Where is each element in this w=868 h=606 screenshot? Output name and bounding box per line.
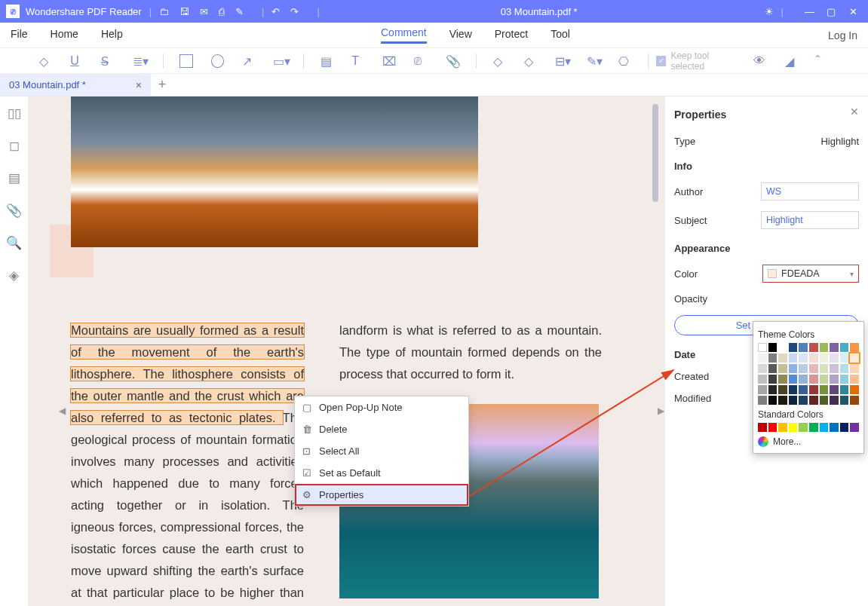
color-swatch[interactable] (820, 385, 829, 394)
color-swatch[interactable] (799, 375, 808, 384)
thumbnails-icon[interactable]: ▯▯ (8, 106, 21, 121)
color-swatch[interactable] (840, 375, 849, 384)
color-swatch-selected[interactable] (850, 354, 859, 363)
stamp-tool-icon[interactable]: ⊟▾ (555, 54, 569, 68)
color-swatch[interactable] (758, 375, 767, 384)
color-swatch[interactable] (758, 385, 767, 394)
color-swatch[interactable] (768, 354, 778, 363)
menu-file[interactable]: File (11, 28, 28, 43)
color-swatch[interactable] (758, 343, 767, 352)
color-dropdown[interactable]: FDEADA ▾ (762, 265, 859, 283)
color-swatch[interactable] (768, 375, 778, 384)
eraser2-tool-icon[interactable]: ◇ (524, 54, 537, 68)
subject-input[interactable] (761, 211, 859, 229)
color-swatch[interactable] (768, 364, 778, 373)
color-swatch[interactable] (820, 396, 829, 405)
eraser-icon[interactable]: ◢ (785, 54, 798, 68)
print-icon[interactable]: ⎙ (219, 6, 225, 17)
color-swatch[interactable] (768, 423, 778, 432)
color-swatch[interactable] (768, 343, 778, 352)
color-swatch[interactable] (789, 343, 798, 352)
share-icon[interactable]: ✎ (235, 6, 244, 17)
shape-tool-icon[interactable]: ▭▾ (273, 54, 287, 68)
color-swatch[interactable] (850, 423, 859, 432)
attach-tool-icon[interactable]: 📎 (446, 54, 459, 68)
color-swatch[interactable] (789, 423, 798, 432)
more-colors-button[interactable]: More... (758, 436, 859, 447)
color-swatch[interactable] (809, 423, 818, 432)
redo-icon[interactable]: ↷ (290, 6, 299, 17)
color-swatch[interactable] (789, 354, 798, 363)
color-swatch[interactable] (820, 364, 829, 373)
color-swatch[interactable] (840, 343, 849, 352)
color-swatch[interactable] (758, 396, 767, 405)
color-swatch[interactable] (830, 343, 839, 352)
sign-tool-icon[interactable]: ✎▾ (587, 54, 600, 68)
maximize-icon[interactable]: ▢ (827, 6, 836, 17)
list-tool-icon[interactable]: ≣▾ (133, 54, 146, 68)
color-swatch[interactable] (768, 385, 778, 394)
comments-icon[interactable]: ▤ (8, 170, 20, 186)
search-icon[interactable]: 🔍 (6, 235, 22, 251)
document-tab[interactable]: 03 Mountain.pdf * × (0, 74, 151, 96)
color-swatch[interactable] (778, 396, 787, 405)
color-swatch[interactable] (758, 364, 767, 373)
open-folder-icon[interactable]: 🗀 (159, 6, 169, 17)
color-swatch[interactable] (850, 375, 859, 384)
color-swatch[interactable] (840, 396, 849, 405)
color-swatch[interactable] (778, 354, 787, 363)
color-swatch[interactable] (758, 354, 767, 363)
menu-comment[interactable]: Comment (381, 26, 427, 44)
close-tab-icon[interactable]: × (136, 79, 142, 91)
color-swatch[interactable] (830, 375, 839, 384)
color-swatch[interactable] (778, 364, 787, 373)
next-page-icon[interactable]: ▶ (658, 406, 664, 416)
ctx-delete[interactable]: 🗑Delete (295, 418, 468, 440)
color-swatch[interactable] (830, 364, 839, 373)
text-tool-icon[interactable]: T (351, 54, 364, 68)
ctx-select-all[interactable]: ⊡Select All (295, 440, 468, 462)
color-swatch[interactable] (830, 423, 839, 432)
rectangle-tool-icon[interactable] (179, 54, 192, 68)
textbox-tool-icon[interactable]: ⌧ (382, 54, 396, 68)
menu-view[interactable]: View (449, 28, 472, 43)
color-swatch[interactable] (809, 364, 818, 373)
show-comments-icon[interactable]: 👁 (753, 54, 766, 68)
ctx-properties[interactable]: ⚙Properties (295, 484, 468, 506)
color-swatch[interactable] (820, 423, 829, 432)
color-swatch[interactable] (778, 385, 787, 394)
color-swatch[interactable] (799, 343, 808, 352)
color-swatch[interactable] (850, 396, 859, 405)
author-input[interactable] (761, 182, 859, 200)
color-swatch[interactable] (799, 354, 808, 363)
strikethrough-tool-icon[interactable]: S̶ (101, 54, 114, 68)
attachments-icon[interactable]: 📎 (6, 203, 22, 219)
ctx-set-default[interactable]: ☑Set as Default (295, 462, 468, 484)
color-swatch[interactable] (758, 423, 767, 432)
color-swatch[interactable] (778, 423, 787, 432)
login-link[interactable]: Log In (828, 29, 857, 41)
undo-icon[interactable]: ↶ (271, 6, 280, 17)
color-swatch[interactable] (799, 423, 808, 432)
menu-help[interactable]: Help (101, 28, 123, 43)
ctx-open-note[interactable]: ▢Open Pop-Up Note (295, 396, 468, 418)
color-swatch[interactable] (789, 396, 798, 405)
color-swatch[interactable] (799, 364, 808, 373)
menu-protect[interactable]: Protect (495, 28, 528, 43)
oval-tool-icon[interactable] (211, 54, 224, 68)
highlight-tool-icon[interactable]: ◇ (39, 54, 52, 68)
color-swatch[interactable] (840, 364, 849, 373)
close-panel-icon[interactable]: ✕ (850, 106, 859, 118)
save-icon[interactable]: 🖫 (179, 6, 189, 17)
color-swatch[interactable] (789, 375, 798, 384)
prev-page-icon[interactable]: ◀ (59, 406, 66, 416)
color-swatch[interactable] (840, 385, 849, 394)
page-viewport[interactable]: ◀ Mountains are usually formed as a resu… (29, 96, 664, 606)
color-swatch[interactable] (820, 354, 829, 363)
color-swatch[interactable] (809, 343, 818, 352)
color-swatch[interactable] (789, 385, 798, 394)
arrow-tool-icon[interactable]: ↗ (242, 54, 255, 68)
color-swatch[interactable] (850, 364, 859, 373)
color-swatch[interactable] (809, 375, 818, 384)
color-swatch[interactable] (850, 385, 859, 394)
